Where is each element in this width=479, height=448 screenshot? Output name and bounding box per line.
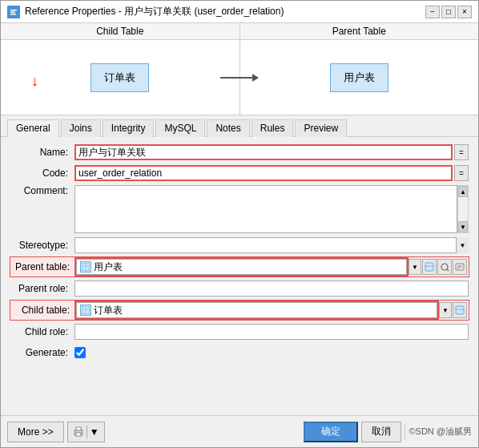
form-panel: Name: = Code: = Comment: ▲ ▼ [1, 137, 478, 415]
stereotype-select-wrapper: ▼ [74, 237, 469, 253]
child-role-row: Child role: [10, 323, 469, 341]
child-table-select-box[interactable]: 订单表 [76, 302, 437, 318]
scroll-down[interactable]: ▼ [458, 221, 468, 232]
svg-rect-2 [10, 11, 15, 13]
child-table-label: Child table: [12, 305, 76, 316]
parent-table-browse-btn3[interactable] [453, 259, 467, 275]
svg-rect-21 [76, 433, 81, 436]
child-role-label: Child role: [10, 326, 74, 337]
generate-label: Generate: [10, 347, 74, 358]
code-extra-btn[interactable]: = [454, 165, 469, 181]
child-table-icon [80, 305, 91, 316]
svg-rect-20 [76, 427, 81, 430]
window-icon [7, 6, 20, 18]
scroll-track [458, 197, 468, 221]
parent-table-label: Parent table: [12, 261, 76, 272]
tab-mysql[interactable]: MySQL [155, 119, 205, 137]
title-controls: − □ × [425, 6, 472, 18]
confirm-button[interactable]: 确定 [304, 422, 358, 442]
tab-notes[interactable]: Notes [207, 119, 249, 137]
svg-rect-17 [456, 306, 464, 314]
code-input[interactable] [74, 165, 453, 181]
child-table-header: Child Table [1, 23, 240, 40]
parent-table-browse-btn2[interactable] [437, 259, 452, 275]
parent-table-select-box[interactable]: 用户表 [76, 259, 407, 275]
name-label: Name: [10, 147, 74, 158]
bottom-right: 确定 取消 ©SDN @油腻男 [304, 422, 472, 442]
svg-rect-1 [10, 10, 17, 11]
svg-line-10 [447, 269, 449, 271]
title-bar-left: Reference Properties - 用户与订单关联 (user_ord… [7, 5, 284, 18]
child-table-dropdown[interactable]: ▼ [439, 302, 452, 318]
code-field-group: = [74, 165, 469, 181]
parent-table-browse-btn1[interactable] [422, 259, 437, 275]
name-extra-btn[interactable]: = [454, 144, 469, 160]
stereotype-input[interactable] [74, 237, 469, 253]
child-table-value: 订单表 [94, 304, 123, 317]
parent-table-diagram: 用户表 [240, 40, 479, 115]
print-dropdown-arrow[interactable]: ▼ [90, 426, 99, 438]
maximize-button[interactable]: □ [441, 6, 456, 18]
parent-role-row: Parent role: [10, 280, 469, 297]
parent-table-value: 用户表 [94, 260, 123, 274]
child-table-box: 订单表 [91, 63, 149, 92]
bottom-left: More >> ▼ [7, 422, 105, 442]
parent-table-btns: ▼ [409, 259, 467, 275]
comment-scrollbar[interactable]: ▲ ▼ [457, 185, 469, 233]
title-bar: Reference Properties - 用户与订单关联 (user_ord… [1, 1, 478, 23]
generate-checkbox[interactable] [74, 347, 86, 358]
svg-point-9 [441, 264, 448, 270]
comment-input[interactable] [74, 185, 457, 233]
red-indicator-arrow: ↓ [31, 73, 38, 90]
child-table-select-area: 订单表 ▼ [76, 302, 467, 318]
tab-preview[interactable]: Preview [295, 119, 347, 137]
svg-rect-11 [456, 264, 464, 270]
minimize-button[interactable]: − [425, 6, 440, 18]
stereotype-row: Stereotype: ▼ [10, 236, 469, 254]
print-button[interactable]: ▼ [67, 422, 105, 442]
main-window: Reference Properties - 用户与订单关联 (user_ord… [0, 0, 479, 448]
comment-row: Comment: ▲ ▼ [10, 185, 469, 233]
generate-row: Generate: [10, 344, 469, 361]
tab-rules[interactable]: Rules [252, 119, 294, 137]
child-role-input[interactable] [74, 324, 469, 340]
code-row: Code: = [10, 164, 469, 182]
button-separator [405, 424, 405, 440]
parent-table-header: Parent Table [240, 23, 479, 40]
child-table-browse-btn1[interactable] [453, 302, 467, 318]
tab-general[interactable]: General [7, 119, 59, 137]
parent-table-box: 用户表 [330, 63, 388, 92]
print-icon [73, 426, 84, 438]
close-button[interactable]: × [457, 6, 472, 18]
svg-rect-3 [10, 14, 16, 15]
print-button-group: ▼ [67, 422, 105, 442]
parent-table-row: Parent table: 用户表 ▼ [10, 257, 469, 276]
parent-table-icon [80, 261, 91, 272]
name-input[interactable] [74, 144, 453, 160]
window-title: Reference Properties - 用户与订单关联 (user_ord… [25, 5, 284, 18]
print-separator [87, 426, 87, 438]
name-field-group: = [74, 144, 469, 160]
child-table-btns: ▼ [439, 302, 467, 318]
parent-role-input[interactable] [74, 281, 469, 297]
parent-table-select-area: 用户表 ▼ [76, 259, 467, 275]
stereotype-label: Stereotype: [10, 240, 74, 251]
child-table-row: Child table: 订单表 ▼ [10, 301, 469, 320]
relation-arrow [252, 74, 259, 82]
scroll-up[interactable]: ▲ [458, 186, 468, 197]
tab-integrity[interactable]: Integrity [103, 119, 155, 137]
svg-rect-7 [425, 263, 433, 271]
parent-table-dropdown[interactable]: ▼ [409, 259, 421, 275]
name-row: Name: = [10, 143, 469, 161]
tabs-bar: General Joins Integrity MySQL Notes Rule… [1, 115, 478, 137]
more-button[interactable]: More >> [7, 422, 64, 442]
comment-label: Comment: [10, 185, 74, 196]
bottom-bar: More >> ▼ 确定 取消 ©SDN @油腻男 [1, 415, 478, 447]
watermark-text: ©SDN @油腻男 [409, 426, 472, 438]
cancel-button[interactable]: 取消 [361, 422, 401, 442]
tab-joins[interactable]: Joins [61, 119, 101, 137]
parent-role-label: Parent role: [10, 283, 74, 294]
code-label: Code: [10, 167, 74, 179]
